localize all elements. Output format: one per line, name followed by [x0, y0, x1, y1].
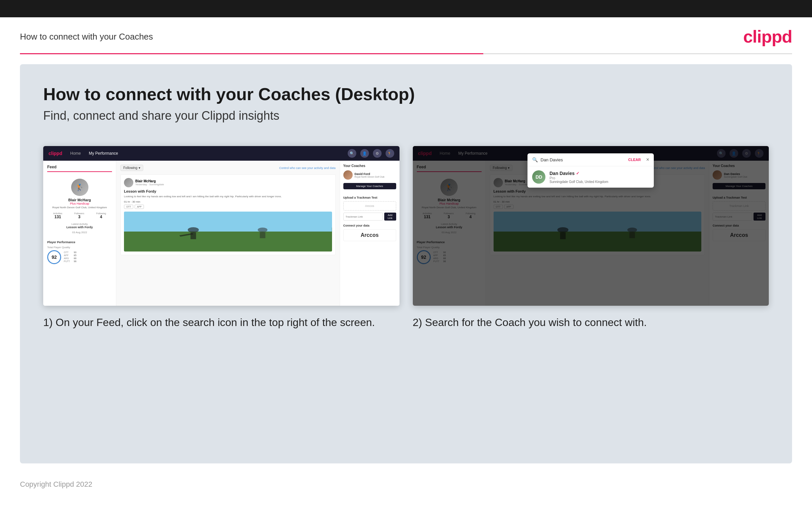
close-button[interactable]: ×: [646, 157, 649, 163]
coach-name-left: David Ford: [355, 172, 385, 176]
coach-club-left: Royal North Devon Golf Club: [355, 176, 385, 178]
search-result-item[interactable]: DD Dan Davies ✓ Pro Sunningdale Golf Clu…: [527, 166, 654, 187]
svg-point-5: [257, 227, 267, 232]
search-popup: 🔍 Dan Davies CLEAR × DD Dan Davies ✓ Pro: [527, 153, 654, 187]
stat-bars-left: OTT 90 APP 85: [64, 251, 79, 263]
lesson-user-date: Yesterday · Sunningdale: [135, 183, 164, 186]
stat-activities: Activities 131: [53, 212, 62, 219]
lesson-duration-left: 01 hr : 30 min: [124, 200, 332, 203]
app-logo-left: clippd: [49, 151, 62, 156]
avatar-icon[interactable]: 🏌: [386, 149, 394, 158]
screenshot-right-frame: clippd Home My Performance 🔍 👤 ⚙ 🏌 Feed: [413, 146, 769, 306]
following-label: Following: [123, 166, 137, 170]
result-name: Dan Davies ✓: [550, 171, 608, 176]
user-name-left: Blair McHarg: [47, 198, 112, 202]
app-body-left: Feed 🏌 Blair McHarg Plus Handicap Royal …: [43, 161, 399, 306]
golf-scene-left: [124, 212, 332, 252]
feed-tab-left[interactable]: Feed: [47, 165, 112, 172]
bar-ott: OTT 90: [64, 251, 79, 254]
svg-rect-6: [260, 232, 266, 238]
add-link-btn-left[interactable]: Add Link: [384, 213, 396, 220]
activity-name: Lesson with Fordy: [47, 225, 112, 229]
avatar-img-left: 🏌: [71, 179, 88, 196]
screenshots-row: clippd Home My Performance 🔍 👤 ⚙ 🏌: [43, 146, 769, 330]
main-subheading: Find, connect and share your Clippd insi…: [43, 109, 769, 123]
bar-arg: ARG 86: [64, 257, 79, 259]
stat-following-label: Following: [96, 212, 106, 215]
lesson-title-left: Lesson with Fordy: [124, 189, 332, 193]
step-label-right: 2) Search for the Coach you wish to conn…: [413, 315, 769, 330]
screenshot-right-block: clippd Home My Performance 🔍 👤 ⚙ 🏌 Feed: [413, 146, 769, 330]
bar-app: APP 85: [64, 254, 79, 256]
stat-followers-label: Followers: [75, 212, 85, 215]
nav-my-performance-left[interactable]: My Performance: [89, 151, 118, 156]
user-card-left: 🏌 Blair McHarg Plus Handicap Royal North…: [47, 175, 112, 237]
lesson-user-row: Blair McHarg Yesterday · Sunningdale: [124, 178, 332, 187]
connect-section-left: Connect your data Arccos: [343, 224, 396, 241]
manage-coaches-btn-left[interactable]: Manage Your Coaches: [343, 183, 396, 189]
perf-title-left: Player Performance: [47, 241, 112, 244]
search-bar: 🔍 Dan Davies CLEAR ×: [527, 153, 654, 166]
clear-button[interactable]: CLEAR: [628, 158, 641, 162]
app-mockup-left: clippd Home My Performance 🔍 👤 ⚙ 🏌: [43, 146, 399, 306]
search-icon[interactable]: 🔍: [348, 149, 356, 158]
app-nav-left: clippd Home My Performance 🔍 👤 ⚙ 🏌: [43, 146, 399, 161]
user-subtitle-left: Plus Handicap: [47, 202, 112, 205]
user-avatar-left: 🏌: [71, 179, 88, 196]
following-button-left[interactable]: Following ▾: [120, 165, 143, 171]
search-query-text[interactable]: Dan Davies: [540, 157, 626, 162]
control-link-left[interactable]: Control who can see your activity and da…: [279, 166, 336, 170]
lesson-card-left: Blair McHarg Yesterday · Sunningdale Les…: [120, 174, 336, 255]
lesson-user-avatar: [124, 178, 133, 187]
header: How to connect with your Coaches clippd: [0, 17, 812, 53]
header-divider: [20, 53, 792, 54]
coach-item-left: David Ford Royal North Devon Golf Club: [343, 170, 396, 180]
screenshot-left-block: clippd Home My Performance 🔍 👤 ⚙ 🏌: [43, 146, 399, 330]
page-title: How to connect with your Coaches: [20, 32, 153, 42]
step-label-left: 1) On your Feed, click on the search ico…: [43, 315, 399, 330]
nav-icons-left: 🔍 👤 ⚙ 🏌: [348, 149, 394, 158]
nav-home-left[interactable]: Home: [70, 151, 81, 156]
stat-followers: Followers 3: [75, 212, 85, 219]
chevron-down-icon: ▾: [139, 166, 140, 170]
feed-sidebar-left: Feed 🏌 Blair McHarg Plus Handicap Royal …: [43, 161, 116, 306]
footer: Copyright Clippd 2022: [0, 473, 812, 495]
stat-followers-value: 3: [75, 215, 85, 219]
stats-row-left: Activities 131 Followers 3 Following: [47, 212, 112, 219]
connect-title-left: Connect your data: [343, 224, 396, 227]
trackman-input-left[interactable]: [343, 213, 383, 220]
stat-following-value: 4: [96, 215, 106, 219]
quality-circle-left: 92: [47, 250, 61, 264]
tag-off: OTT: [124, 205, 133, 209]
main-content: How to connect with your Coaches (Deskto…: [20, 64, 792, 463]
result-club: Sunningdale Golf Club, United Kingdom: [550, 180, 608, 184]
activity-date: 03 Aug 2022: [47, 231, 112, 234]
svg-rect-0: [124, 212, 332, 231]
result-role: Pro: [550, 176, 608, 180]
latest-activity-label: Latest Activity: [47, 222, 112, 225]
user-club-left: Royal North Devon Golf Club, United King…: [47, 206, 112, 209]
copyright-text: Copyright Clippd 2022: [20, 480, 92, 489]
lesson-tags-left: OTT APP: [124, 205, 332, 209]
stat-activities-value: 131: [53, 215, 62, 219]
arccos-logo-left: Arccos: [343, 229, 396, 241]
profile-icon[interactable]: 👤: [360, 149, 369, 158]
result-info: Dan Davies ✓ Pro Sunningdale Golf Club, …: [550, 171, 608, 184]
coaches-panel-left: Your Coaches David Ford Royal North Devo…: [340, 161, 399, 306]
quality-label-left: Total Player Quality: [47, 246, 112, 249]
result-avatar: DD: [532, 170, 545, 184]
upload-section-left: Upload a Trackman Test Arccos Add Link: [343, 196, 396, 220]
coaches-title-left: Your Coaches: [343, 164, 396, 168]
trackman-box-left: Arccos: [343, 201, 396, 211]
trackman-title-left: Upload a Trackman Test: [343, 196, 396, 199]
tag-app: APP: [135, 205, 144, 209]
lesson-text-left: Looking to feel like my hands are exitin…: [124, 195, 332, 198]
trackman-input-row-left: Add Link: [343, 213, 396, 220]
lesson-image-left: [124, 212, 332, 252]
settings-icon[interactable]: ⚙: [373, 149, 382, 158]
verified-badge: ✓: [576, 171, 579, 176]
bar-putt: PUTT 96: [64, 260, 79, 262]
screenshot-left-frame: clippd Home My Performance 🔍 👤 ⚙ 🏌: [43, 146, 399, 306]
top-bar: [0, 0, 812, 17]
following-row-left: Following ▾ Control who can see your act…: [120, 165, 336, 171]
